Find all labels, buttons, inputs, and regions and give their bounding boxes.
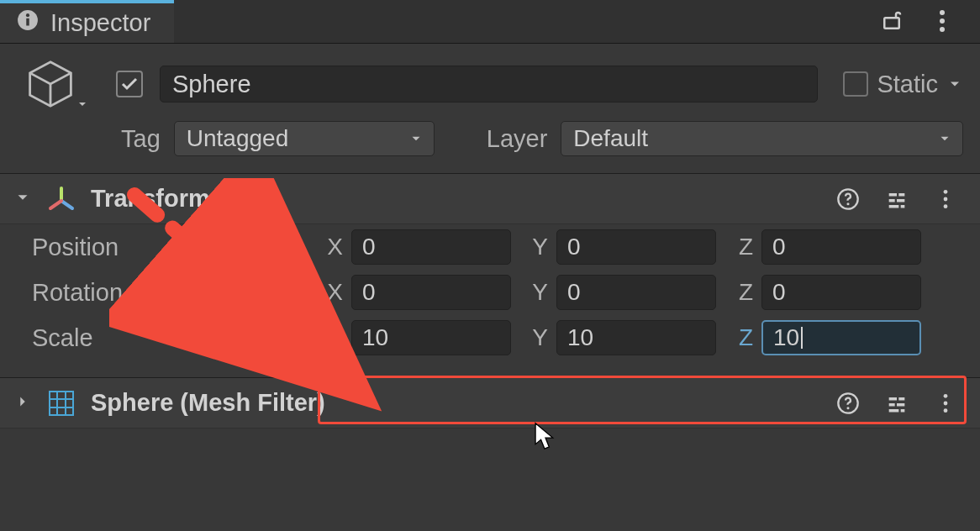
component-buttons [834, 185, 960, 213]
svg-point-15 [944, 204, 948, 208]
axis-y-label[interactable]: Y [523, 324, 553, 351]
layer-dropdown[interactable]: Default [561, 121, 963, 156]
svg-point-24 [944, 393, 948, 397]
tab-inspector[interactable]: Inspector [0, 0, 174, 43]
scale-z-field[interactable]: 10 [761, 320, 921, 355]
position-row: Position X 0 Y 0 Z 0 [0, 224, 980, 270]
component-mesh-filter: Sphere (Mesh Filter) [0, 377, 980, 428]
rotation-z-field[interactable]: 0 [761, 275, 921, 310]
svg-point-12 [846, 202, 849, 205]
tag-layer-row: Tag Untagged Layer Default [0, 109, 980, 173]
svg-point-2 [26, 13, 29, 17]
scale-label: Scale [32, 324, 93, 352]
mesh-grid-icon [47, 389, 76, 418]
svg-line-16 [290, 324, 311, 345]
gameobject-name-field[interactable]: Sphere [160, 66, 818, 103]
svg-point-13 [944, 189, 948, 193]
axis-x-label[interactable]: X [318, 324, 348, 351]
static-label: Static [877, 71, 938, 98]
rotation-y-field[interactable]: 0 [556, 275, 716, 310]
constrain-proportions-icon[interactable] [286, 321, 314, 355]
svg-rect-1 [26, 18, 29, 26]
foldout-closed-icon[interactable] [13, 389, 32, 417]
svg-rect-17 [50, 392, 73, 415]
axis-z-label[interactable]: Z [728, 234, 758, 260]
component-buttons [834, 389, 960, 418]
svg-point-26 [944, 408, 948, 413]
svg-line-10 [50, 201, 61, 208]
rotation-x-field[interactable]: 0 [351, 275, 511, 310]
lock-open-icon[interactable] [877, 7, 906, 35]
help-icon[interactable] [834, 185, 862, 213]
kebab-menu-icon[interactable] [931, 185, 960, 213]
axis-y-label[interactable]: Y [523, 234, 553, 260]
static-toggle[interactable]: Static [843, 71, 963, 98]
tab-bar-right [174, 0, 980, 43]
axis-z-label[interactable]: Z [728, 324, 758, 351]
position-label: Position [32, 234, 119, 261]
scale-y-field[interactable]: 10 [556, 320, 716, 355]
svg-point-14 [944, 197, 948, 201]
svg-point-23 [846, 407, 849, 409]
position-y-field[interactable]: 0 [556, 229, 716, 265]
info-icon [17, 9, 39, 37]
mesh-filter-title: Sphere (Mesh Filter) [91, 389, 819, 417]
transform-header[interactable]: Transform [0, 174, 980, 224]
svg-point-4 [940, 18, 945, 24]
preset-icon[interactable] [883, 389, 911, 418]
transform-axes-icon [47, 185, 76, 213]
component-transform: Transform Position X 0 Y 0 Z [0, 173, 980, 360]
tag-label: Tag [121, 125, 161, 153]
layer-label: Layer [487, 125, 548, 153]
tab-bar: Inspector [0, 0, 980, 44]
position-x-field[interactable]: 0 [351, 229, 511, 265]
tag-value: Untagged [187, 125, 288, 152]
tab-label: Inspector [50, 9, 150, 37]
rotation-row: Rotation X 0 Y 0 Z 0 [0, 270, 980, 315]
static-checkbox[interactable] [843, 71, 868, 97]
axis-x-label[interactable]: X [318, 234, 348, 260]
foldout-open-icon[interactable] [13, 185, 32, 213]
axis-z-label[interactable]: Z [728, 279, 758, 306]
transform-title: Transform [91, 185, 819, 213]
gameobject-icon-caret[interactable] [76, 97, 89, 114]
scale-x-field[interactable]: 10 [351, 320, 511, 355]
kebab-menu-icon[interactable] [928, 7, 956, 35]
inspector-panel: Sphere Static Tag Untagged Layer Default [0, 44, 980, 531]
gameobject-header: Sphere Static [0, 59, 980, 109]
chevron-down-icon [937, 125, 952, 152]
kebab-menu-icon[interactable] [931, 389, 960, 418]
svg-point-25 [944, 401, 948, 405]
svg-line-9 [61, 201, 72, 208]
help-icon[interactable] [834, 389, 862, 418]
rotation-label: Rotation [32, 279, 123, 307]
scale-row: Scale X 10 Y 10 Z 10 [0, 315, 980, 360]
axis-y-label[interactable]: Y [523, 279, 553, 306]
preset-icon[interactable] [883, 185, 911, 213]
mesh-filter-header[interactable]: Sphere (Mesh Filter) [0, 378, 980, 428]
layer-value: Default [573, 125, 648, 152]
axis-x-label[interactable]: X [318, 279, 348, 306]
static-dropdown-caret[interactable] [946, 71, 963, 98]
gameobject-cube-icon[interactable] [25, 59, 84, 109]
gameobject-enabled-checkbox[interactable] [116, 71, 143, 97]
chevron-down-icon [408, 125, 424, 152]
position-z-field[interactable]: 0 [761, 229, 921, 265]
svg-point-3 [940, 10, 945, 15]
svg-point-5 [940, 27, 945, 32]
tag-dropdown[interactable]: Untagged [174, 121, 435, 156]
